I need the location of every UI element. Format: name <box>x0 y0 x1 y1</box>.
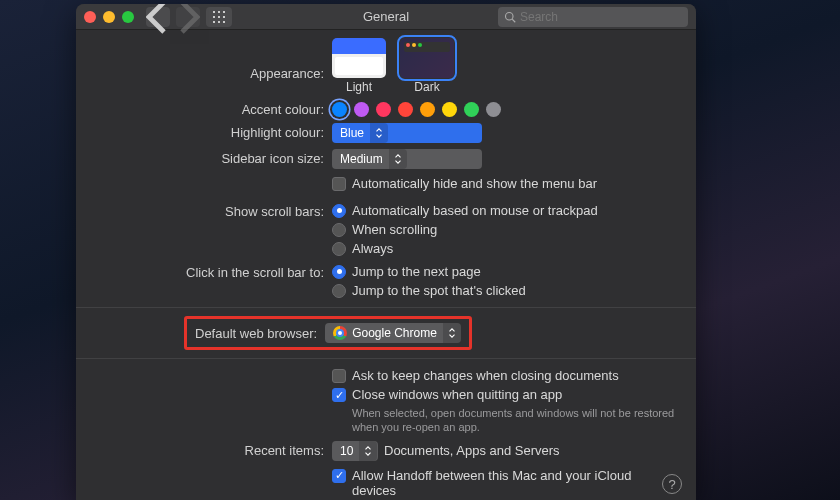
click-scrollbar-option-label: Jump to the next page <box>352 264 481 279</box>
accent-swatch[interactable] <box>376 102 391 117</box>
svg-rect-0 <box>213 11 215 13</box>
close-icon[interactable] <box>84 11 96 23</box>
recent-items-select[interactable]: 10 <box>332 441 378 461</box>
radio-icon <box>332 242 346 256</box>
click-scrollbar-option-label: Jump to the spot that's clicked <box>352 283 526 298</box>
ask-keep-changes-label: Ask to keep changes when closing documen… <box>352 368 619 383</box>
recent-items-suffix: Documents, Apps and Servers <box>384 443 560 458</box>
radio-icon <box>332 265 346 279</box>
recent-items-label: Recent items: <box>94 441 332 458</box>
radio-icon <box>332 204 346 218</box>
svg-rect-7 <box>218 21 220 23</box>
accent-colour-swatches <box>332 100 678 117</box>
appearance-option-light[interactable]: Light <box>332 38 386 94</box>
svg-rect-3 <box>213 16 215 18</box>
handoff-label: Allow Handoff between this Mac and your … <box>352 468 678 498</box>
click-scrollbar-option[interactable]: Jump to the next page <box>332 263 678 280</box>
radio-icon <box>332 284 346 298</box>
highlight-colour-label: Highlight colour: <box>94 123 332 140</box>
click-scrollbar-label: Click in the scroll bar to: <box>94 263 332 280</box>
scrollbars-option[interactable]: When scrolling <box>332 221 678 238</box>
scrollbars-option[interactable]: Automatically based on mouse or trackpad <box>332 202 678 219</box>
accent-swatch[interactable] <box>354 102 369 117</box>
checkbox-icon <box>332 388 346 402</box>
light-thumbnail-icon <box>332 38 386 78</box>
highlight-colour-select[interactable]: Blue <box>332 123 482 143</box>
checkbox-icon <box>332 177 346 191</box>
divider <box>76 307 696 308</box>
close-windows-note: When selected, open documents and window… <box>332 406 678 435</box>
chevron-updown-icon <box>389 149 407 169</box>
divider <box>76 358 696 359</box>
checkbox-icon <box>332 369 346 383</box>
chevron-updown-icon <box>359 441 377 461</box>
zoom-icon[interactable] <box>122 11 134 23</box>
scrollbars-option-label: Automatically based on mouse or trackpad <box>352 203 598 218</box>
scrollbars-option-label: When scrolling <box>352 222 437 237</box>
show-all-button[interactable] <box>206 7 232 27</box>
svg-rect-5 <box>223 16 225 18</box>
svg-rect-6 <box>213 21 215 23</box>
accent-swatch[interactable] <box>442 102 457 117</box>
search-icon <box>504 11 516 23</box>
accent-colour-label: Accent colour: <box>94 100 332 117</box>
window-controls <box>84 11 134 23</box>
checkbox-icon <box>332 469 346 483</box>
show-scrollbars-label: Show scroll bars: <box>94 202 332 219</box>
ask-keep-changes-checkbox[interactable]: Ask to keep changes when closing documen… <box>332 367 678 384</box>
svg-point-9 <box>506 12 514 20</box>
dark-thumbnail-icon <box>400 38 454 78</box>
sidebar-size-label: Sidebar icon size: <box>94 149 332 166</box>
default-browser-value: Google Chrome <box>352 326 437 340</box>
svg-rect-2 <box>223 11 225 13</box>
accent-swatch[interactable] <box>420 102 435 117</box>
sidebar-size-select[interactable]: Medium <box>332 149 482 169</box>
default-browser-select[interactable]: Google Chrome <box>325 323 461 343</box>
search-field[interactable] <box>498 7 688 27</box>
recent-items-value: 10 <box>340 444 353 458</box>
default-browser-label: Default web browser: <box>195 326 317 341</box>
appearance-label: Appearance: <box>94 38 332 81</box>
accent-swatch[interactable] <box>486 102 501 117</box>
appearance-dark-label: Dark <box>414 80 439 94</box>
handoff-checkbox[interactable]: Allow Handoff between this Mac and your … <box>332 467 678 499</box>
scrollbars-option[interactable]: Always <box>332 240 678 257</box>
svg-rect-4 <box>218 16 220 18</box>
forward-button[interactable] <box>176 7 200 27</box>
help-button[interactable]: ? <box>662 474 682 494</box>
preferences-window: General Appearance: Light Dark <box>76 4 696 500</box>
close-windows-label: Close windows when quitting an app <box>352 387 562 402</box>
svg-rect-1 <box>218 11 220 13</box>
accent-swatch[interactable] <box>398 102 413 117</box>
chevron-updown-icon <box>370 123 388 143</box>
click-scrollbar-option[interactable]: Jump to the spot that's clicked <box>332 282 678 299</box>
close-windows-checkbox[interactable]: Close windows when quitting an app <box>332 386 678 403</box>
back-button[interactable] <box>146 7 170 27</box>
scrollbars-option-label: Always <box>352 241 393 256</box>
titlebar: General <box>76 4 696 30</box>
accent-swatch[interactable] <box>464 102 479 117</box>
radio-icon <box>332 223 346 237</box>
svg-rect-8 <box>223 21 225 23</box>
general-pane: Appearance: Light Dark Accent colour: <box>76 30 696 500</box>
search-input[interactable] <box>520 10 682 24</box>
chrome-icon <box>333 326 347 340</box>
svg-line-10 <box>512 19 515 22</box>
default-browser-highlight: Default web browser: Google Chrome <box>184 316 472 350</box>
accent-swatch[interactable] <box>332 102 347 117</box>
autohide-menubar-label: Automatically hide and show the menu bar <box>352 176 597 191</box>
autohide-menubar-checkbox[interactable]: Automatically hide and show the menu bar <box>332 175 678 192</box>
minimize-icon[interactable] <box>103 11 115 23</box>
sidebar-size-value: Medium <box>340 152 383 166</box>
highlight-colour-value: Blue <box>340 126 364 140</box>
chevron-updown-icon <box>443 323 461 343</box>
appearance-light-label: Light <box>346 80 372 94</box>
appearance-option-dark[interactable]: Dark <box>400 38 454 94</box>
